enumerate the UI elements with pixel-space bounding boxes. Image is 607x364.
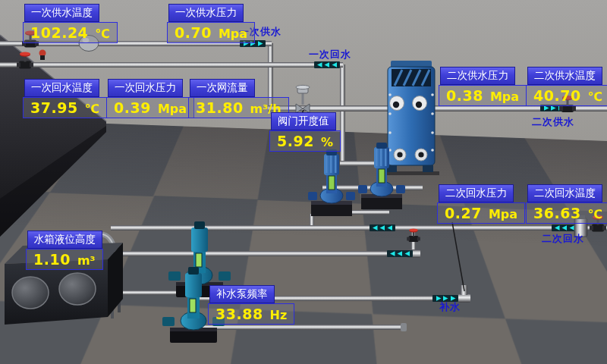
- hx-port-center: [418, 152, 423, 157]
- pipe-label-makeup: 补水: [439, 300, 461, 314]
- panel-secondary-return-pressure: 二次回水压力 0.27 Mpa: [437, 184, 525, 224]
- panel-valve-opening: 阀门开度值 5.92 %: [269, 112, 341, 152]
- panel-value: 0.27 Mpa: [437, 202, 525, 224]
- panel-value: 0.39 Mpa: [106, 97, 194, 118]
- pipe-label-secondary-supply: 二次供水: [532, 115, 574, 129]
- value-number: 0.39: [114, 99, 151, 116]
- panel-primary-return-temp: 一次回水温度 37.95 ℃: [23, 79, 107, 118]
- flow-arrow-secondary-return-1: [370, 224, 395, 231]
- panel-label: 一次供水压力: [168, 4, 244, 22]
- pipe-secondary-return: [111, 225, 607, 231]
- flow-arrow-secondary-return-2: [552, 224, 577, 231]
- valve-branch-icon[interactable]: [407, 228, 420, 242]
- value-unit: %: [321, 135, 333, 149]
- value-unit: ℃: [95, 27, 109, 41]
- value-number: 0.27: [445, 205, 482, 221]
- pump-flange: [346, 192, 355, 200]
- panel-primary-supply-pressure: 一次供水压力 0.70 Mpa: [167, 4, 255, 43]
- flow-arrow-primary-return: [314, 61, 340, 68]
- hx-port-center: [393, 102, 399, 108]
- pipe-label-secondary-return: 二次回水: [542, 232, 584, 246]
- circulation-pump-1-icon[interactable]: [308, 149, 355, 216]
- panel-value: 36.63 ℃: [526, 202, 607, 224]
- hx-port-center: [416, 102, 422, 108]
- value-unit: ℃: [85, 102, 99, 116]
- pump-flange: [168, 271, 181, 281]
- panel-value: 0.38 Mpa: [439, 85, 527, 106]
- value-number: 102.24: [30, 24, 88, 41]
- panel-value: 0.70 Mpa: [167, 22, 255, 43]
- panel-secondary-supply-temp: 二次供水温度 40.70 ℃: [526, 67, 607, 106]
- panel-value: 37.95 ℃: [23, 97, 107, 118]
- panel-label: 阀门开度值: [271, 112, 336, 130]
- value-number: 5.92: [277, 133, 314, 149]
- value-number: 0.38: [446, 87, 483, 104]
- tank-hatch: [59, 273, 96, 305]
- panel-tank-level: 水箱液位高度 1.10 m³: [26, 231, 103, 270]
- value-unit: Mpa: [490, 89, 519, 104]
- pump-flange: [308, 192, 317, 200]
- panel-label: 一次回水温度: [24, 79, 99, 97]
- pump-flange: [396, 185, 405, 193]
- leader-line-return-pressure: [452, 222, 464, 291]
- pump-motor: [185, 273, 202, 297]
- pump-motor: [191, 228, 208, 252]
- panel-value: 5.92 %: [269, 130, 341, 152]
- pump-motor-cap: [376, 143, 387, 149]
- pump-flange: [162, 317, 175, 326]
- value-number: 37.95: [30, 99, 78, 116]
- flow-arrow-branch: [387, 250, 413, 257]
- panel-value: 40.70 ℃: [526, 85, 607, 106]
- value-unit: Mpa: [158, 102, 187, 116]
- pump-flange: [358, 185, 367, 193]
- value-number: 1.10: [33, 251, 71, 268]
- pipe-end-cap: [401, 323, 407, 331]
- panel-label: 一次供水温度: [24, 4, 99, 22]
- pipe-return-branch: [115, 251, 416, 256]
- panel-secondary-return-temp: 二次回水温度 36.63 ℃: [526, 184, 607, 224]
- heat-exchanger-icon[interactable]: [383, 61, 439, 175]
- panel-label: 二次回水温度: [527, 184, 602, 202]
- panel-primary-supply-temp: 一次供水温度 102.24 ℃: [23, 4, 118, 43]
- panel-value: 102.24 ℃: [23, 22, 118, 43]
- pipe-label-primary-return: 一次回水: [309, 48, 351, 61]
- panel-value: 33.88 Hz: [208, 303, 294, 325]
- value-number: 33.88: [215, 306, 263, 322]
- panel-label: 一次回水压力: [108, 79, 183, 97]
- value-unit: Mpa: [219, 27, 247, 41]
- value-number: 31.80: [196, 99, 244, 116]
- hmi-heating-station-screen: 一次供水温度 102.24 ℃ 一次供水压力 0.70 Mpa 一次回水温度 3…: [0, 0, 607, 364]
- pipe-primary-return: [0, 62, 343, 67]
- control-valve-icon[interactable]: [296, 85, 310, 113]
- drain-valve-body: [40, 55, 45, 60]
- panel-value: 1.10 m³: [26, 249, 103, 270]
- value-number: 36.63: [533, 205, 581, 221]
- pump-motor-cap: [188, 267, 199, 275]
- panel-label: 一次网流量: [190, 79, 255, 97]
- pump-motor-cap: [194, 221, 205, 229]
- value-number: 40.70: [533, 87, 581, 104]
- hx-foot: [423, 165, 433, 172]
- scene-3d: [0, 0, 607, 364]
- panel-label: 水箱液位高度: [27, 231, 102, 249]
- panel-label: 补水泵频率: [209, 285, 275, 303]
- value-unit: ℃: [588, 207, 602, 221]
- value-number: 0.70: [175, 24, 212, 41]
- value-unit: m³: [77, 253, 96, 268]
- value-unit: ℃: [588, 89, 602, 104]
- panel-primary-return-pressure: 一次回水压力 0.39 Mpa: [106, 79, 194, 118]
- tank-hatch: [12, 277, 49, 309]
- panel-makeup-pump-freq: 补水泵频率 33.88 Hz: [208, 285, 294, 325]
- pump-status-stripe: [329, 176, 335, 190]
- panel-secondary-supply-pressure: 二次供水压力 0.38 Mpa: [439, 67, 527, 106]
- pump-status-stripe: [196, 253, 202, 267]
- panel-label: 二次供水压力: [440, 67, 515, 85]
- pump-status-stripe: [379, 169, 385, 183]
- panel-label: 二次回水压力: [439, 184, 514, 202]
- pump-flange: [219, 271, 231, 281]
- pipe-primary-return-drop: [340, 64, 345, 165]
- value-unit: Mpa: [489, 207, 517, 221]
- value-unit: Hz: [270, 308, 288, 322]
- pump-status-stripe: [190, 299, 196, 312]
- pipe-makeup-lower: [197, 325, 404, 330]
